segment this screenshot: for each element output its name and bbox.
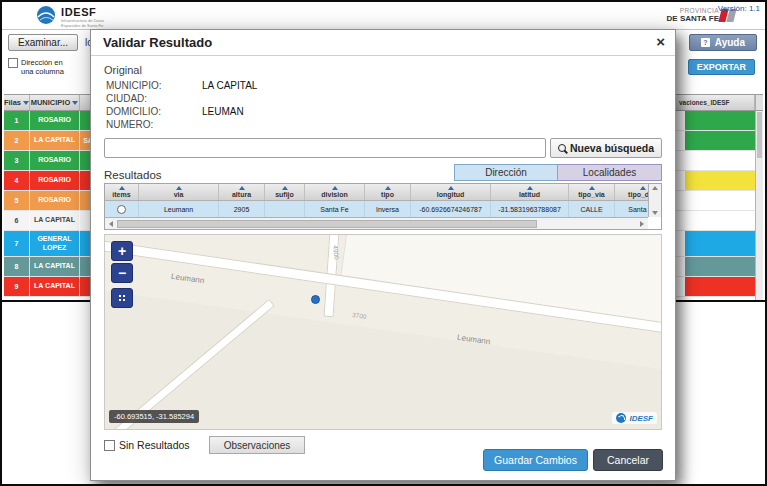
- logo-subtitle-2: Espaciales de Santa Fe: [61, 23, 104, 28]
- block-number-label: 4900: [332, 245, 340, 260]
- map-marker[interactable]: [311, 295, 320, 304]
- sort-icon: [119, 186, 125, 190]
- results-column-header[interactable]: longitud: [411, 184, 491, 200]
- status-cell: [685, 211, 763, 231]
- row-number-cell: 6: [4, 211, 30, 231]
- search-input[interactable]: [104, 138, 546, 158]
- sort-icon: [72, 101, 78, 105]
- result-cell: [265, 201, 305, 217]
- overview-button[interactable]: [111, 288, 133, 308]
- status-cell: [685, 277, 763, 297]
- sin-resultados-checkbox[interactable]: [104, 440, 115, 451]
- results-row[interactable]: Leumann2905Santa FeInversa-60.6926674246…: [105, 201, 648, 217]
- result-cell: -31.5831963788087: [491, 201, 569, 217]
- results-tabs: DirecciónLocalidades: [454, 164, 662, 181]
- row-number-cell: 5: [4, 191, 30, 211]
- result-radio[interactable]: [117, 205, 126, 214]
- help-button[interactable]: ? Ayuda: [689, 34, 757, 51]
- results-column-header[interactable]: tipo_via: [569, 184, 615, 200]
- results-table: ítemsviaalturasufijodivisiontipolongitud…: [104, 183, 662, 230]
- sort-icon: [282, 186, 288, 190]
- status-cell: [685, 171, 763, 191]
- sort-icon: [640, 186, 646, 190]
- result-cell: Inversa: [365, 201, 411, 217]
- idesf-logo: IDESF Infraestructura de Datos Espaciale…: [36, 5, 104, 29]
- status-cell: [685, 151, 763, 171]
- app-header: IDESF Infraestructura de Datos Espaciale…: [2, 2, 765, 30]
- coordinate-readout: -60.693515, -31.585294: [109, 410, 199, 423]
- validar-resultado-dialog: Validar Resultado × Original MUNICIPIO:L…: [90, 29, 676, 481]
- save-button[interactable]: Guardar Cambios: [483, 449, 588, 471]
- row-number-cell: 9: [4, 277, 30, 297]
- field-value: LEUMAN: [202, 106, 662, 117]
- sort-icon: [332, 186, 338, 190]
- nueva-busqueda-button[interactable]: Nueva búsqueda: [550, 138, 662, 158]
- scrollbar-thumb[interactable]: [117, 220, 537, 228]
- zoom-in-button[interactable]: +: [111, 241, 133, 261]
- result-cell: -60.6926674246787: [411, 201, 491, 217]
- observaciones-tab[interactable]: Observaciones: [209, 436, 305, 454]
- results-column-header[interactable]: via: [139, 184, 219, 200]
- results-column-header[interactable]: tipo_divi: [615, 184, 648, 200]
- export-button[interactable]: EXPORTAR: [688, 59, 755, 75]
- result-cell: Leumann: [139, 201, 219, 217]
- tab-direccion[interactable]: Dirección: [454, 164, 558, 181]
- row-number-cell: 3: [4, 151, 30, 171]
- results-column-header[interactable]: sufijo: [265, 184, 305, 200]
- status-cell: [685, 257, 763, 277]
- help-icon: ?: [701, 38, 710, 47]
- table-scrollbar[interactable]: [755, 111, 763, 300]
- original-section-label: Original: [104, 64, 662, 76]
- block-number-label: 3700: [352, 311, 367, 320]
- sin-resultados-label: Sin Resultados: [119, 439, 190, 451]
- cancel-button[interactable]: Cancelar: [593, 449, 663, 471]
- map-canvas[interactable]: Leumann Leumann 4900 3700 + − -60.693515…: [104, 234, 662, 430]
- scroll-right-icon: [640, 221, 644, 227]
- map-attribution: IDESF: [612, 412, 657, 424]
- results-column-header[interactable]: latitud: [491, 184, 569, 200]
- column-header-filas[interactable]: Filas: [4, 95, 30, 110]
- results-horizontal-scrollbar[interactable]: [105, 217, 648, 229]
- results-column-header[interactable]: division: [305, 184, 365, 200]
- browse-button[interactable]: Examinar...: [8, 34, 78, 51]
- row-number-cell: 2: [4, 131, 30, 151]
- row-number-cell: 4: [4, 171, 30, 191]
- sort-icon: [589, 186, 595, 190]
- row-number-cell: 8: [4, 257, 30, 277]
- version-label: Versión: 1.1: [718, 4, 760, 13]
- column-header-municipio[interactable]: MUNICIPIO: [30, 95, 80, 110]
- result-cell: Santa Fe: [615, 201, 648, 217]
- results-column-header[interactable]: ítems: [105, 184, 139, 200]
- municipio-cell: ROSARIO: [30, 151, 80, 171]
- result-cell: CALLE: [569, 201, 615, 217]
- sort-icon: [448, 186, 454, 190]
- idesf-logo-icon: [36, 5, 56, 29]
- province-label: PROVINCIA DE SANTA FE: [667, 7, 719, 23]
- sort-icon: [385, 186, 391, 190]
- dialog-titlebar: Validar Resultado ×: [91, 30, 675, 56]
- tab-localidades[interactable]: Localidades: [558, 164, 662, 181]
- field-value: [202, 119, 662, 130]
- row-number-cell: 7: [4, 231, 30, 257]
- logo-title: IDESF: [61, 6, 104, 18]
- results-vertical-scrollbar[interactable]: [648, 184, 661, 217]
- search-icon: [558, 144, 566, 152]
- results-column-header[interactable]: tipo: [365, 184, 411, 200]
- field-label: NUMERO:: [106, 119, 202, 130]
- municipio-cell: LA CAPITAL: [30, 257, 80, 277]
- row-number-cell: 1: [4, 111, 30, 131]
- sort-icon: [23, 101, 29, 105]
- screenshot-root: IDESF Infraestructura de Datos Espaciale…: [0, 0, 767, 486]
- result-cell: Santa Fe: [305, 201, 365, 217]
- direccion-columna-checkbox[interactable]: [8, 58, 18, 68]
- column-header-observaciones[interactable]: vaciones_IDESF: [677, 95, 755, 110]
- sort-icon: [176, 186, 182, 190]
- results-column-header[interactable]: altura: [219, 184, 265, 200]
- direccion-columna-label: Dirección en una columna: [21, 58, 77, 76]
- close-icon[interactable]: ×: [656, 33, 665, 51]
- zoom-out-button[interactable]: −: [111, 263, 133, 283]
- status-cell: [685, 131, 763, 151]
- status-cell: [685, 191, 763, 211]
- map-zoom-controls: + −: [111, 241, 133, 308]
- municipio-cell: LA CAPITAL: [30, 277, 80, 297]
